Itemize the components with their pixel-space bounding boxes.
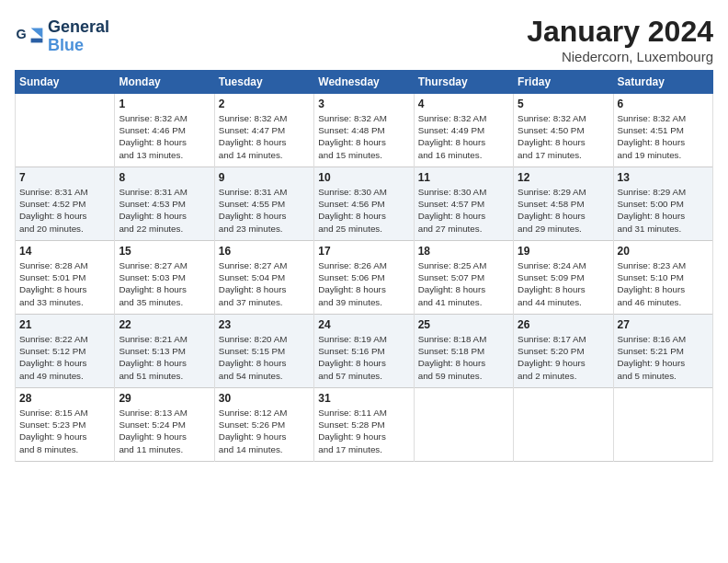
calendar-table: SundayMondayTuesdayWednesdayThursdayFrid… bbox=[15, 70, 713, 462]
calendar-cell bbox=[613, 388, 712, 462]
calendar-cell: 11Sunrise: 8:30 AM Sunset: 4:57 PM Dayli… bbox=[414, 167, 513, 241]
calendar-cell: 12Sunrise: 8:29 AM Sunset: 4:58 PM Dayli… bbox=[514, 167, 613, 241]
day-content: Sunrise: 8:22 AM Sunset: 5:12 PM Dayligh… bbox=[19, 333, 110, 382]
day-content: Sunrise: 8:32 AM Sunset: 4:47 PM Dayligh… bbox=[219, 112, 310, 161]
weekday-header: Saturday bbox=[613, 71, 712, 94]
day-content: Sunrise: 8:31 AM Sunset: 4:53 PM Dayligh… bbox=[119, 186, 210, 235]
day-content: Sunrise: 8:13 AM Sunset: 5:24 PM Dayligh… bbox=[119, 407, 210, 455]
day-number: 16 bbox=[219, 245, 310, 258]
day-content: Sunrise: 8:30 AM Sunset: 4:57 PM Dayligh… bbox=[418, 186, 509, 235]
calendar-cell: 5Sunrise: 8:32 AM Sunset: 4:50 PM Daylig… bbox=[514, 94, 613, 167]
day-number: 26 bbox=[518, 318, 609, 331]
day-number: 4 bbox=[418, 98, 509, 110]
calendar-cell: 29Sunrise: 8:13 AM Sunset: 5:24 PM Dayli… bbox=[115, 388, 214, 462]
weekday-header: Monday bbox=[115, 71, 214, 94]
day-number: 21 bbox=[19, 318, 110, 331]
day-number: 31 bbox=[318, 392, 409, 405]
day-content: Sunrise: 8:32 AM Sunset: 4:49 PM Dayligh… bbox=[418, 112, 509, 161]
day-content: Sunrise: 8:16 AM Sunset: 5:21 PM Dayligh… bbox=[618, 333, 709, 382]
day-number: 10 bbox=[318, 171, 409, 184]
day-number: 19 bbox=[518, 245, 609, 258]
svg-text:G: G bbox=[17, 26, 27, 40]
day-number: 28 bbox=[19, 392, 110, 405]
day-content: Sunrise: 8:11 AM Sunset: 5:28 PM Dayligh… bbox=[318, 407, 409, 455]
day-number: 6 bbox=[618, 98, 709, 110]
calendar-cell: 20Sunrise: 8:23 AM Sunset: 5:10 PM Dayli… bbox=[613, 241, 712, 315]
day-number: 1 bbox=[119, 98, 210, 110]
day-number: 24 bbox=[318, 318, 409, 331]
weekday-header: Sunday bbox=[16, 71, 115, 94]
logo-text: General Blue bbox=[48, 18, 109, 55]
calendar-cell: 15Sunrise: 8:27 AM Sunset: 5:03 PM Dayli… bbox=[115, 241, 214, 315]
day-number: 14 bbox=[19, 245, 110, 258]
weekday-header: Wednesday bbox=[314, 71, 414, 94]
page-container: G General Blue January 2024 Niedercorn, … bbox=[0, 0, 728, 471]
day-content: Sunrise: 8:32 AM Sunset: 4:48 PM Dayligh… bbox=[318, 112, 409, 161]
day-content: Sunrise: 8:24 AM Sunset: 5:09 PM Dayligh… bbox=[518, 259, 609, 308]
calendar-cell: 31Sunrise: 8:11 AM Sunset: 5:28 PM Dayli… bbox=[314, 388, 414, 462]
calendar-week-row: 28Sunrise: 8:15 AM Sunset: 5:23 PM Dayli… bbox=[16, 388, 713, 462]
calendar-cell: 14Sunrise: 8:28 AM Sunset: 5:01 PM Dayli… bbox=[16, 241, 115, 315]
calendar-cell: 4Sunrise: 8:32 AM Sunset: 4:49 PM Daylig… bbox=[414, 94, 513, 167]
day-number: 27 bbox=[618, 318, 709, 331]
calendar-week-row: 21Sunrise: 8:22 AM Sunset: 5:12 PM Dayli… bbox=[16, 315, 713, 388]
day-content: Sunrise: 8:25 AM Sunset: 5:07 PM Dayligh… bbox=[418, 259, 509, 308]
calendar-cell: 28Sunrise: 8:15 AM Sunset: 5:23 PM Dayli… bbox=[16, 388, 115, 462]
day-content: Sunrise: 8:20 AM Sunset: 5:15 PM Dayligh… bbox=[219, 333, 310, 382]
day-number: 25 bbox=[418, 318, 509, 331]
day-content: Sunrise: 8:28 AM Sunset: 5:01 PM Dayligh… bbox=[19, 259, 110, 308]
day-content: Sunrise: 8:21 AM Sunset: 5:13 PM Dayligh… bbox=[119, 333, 210, 382]
calendar-cell: 18Sunrise: 8:25 AM Sunset: 5:07 PM Dayli… bbox=[414, 241, 513, 315]
header: G General Blue January 2024 Niedercorn, … bbox=[15, 15, 713, 64]
calendar-cell: 25Sunrise: 8:18 AM Sunset: 5:18 PM Dayli… bbox=[414, 315, 513, 388]
calendar-cell: 8Sunrise: 8:31 AM Sunset: 4:53 PM Daylig… bbox=[115, 167, 214, 241]
day-number: 15 bbox=[119, 245, 210, 258]
logo: G General Blue bbox=[15, 18, 109, 55]
calendar-cell: 1Sunrise: 8:32 AM Sunset: 4:46 PM Daylig… bbox=[115, 94, 214, 167]
calendar-week-row: 1Sunrise: 8:32 AM Sunset: 4:46 PM Daylig… bbox=[16, 94, 713, 167]
day-content: Sunrise: 8:29 AM Sunset: 5:00 PM Dayligh… bbox=[618, 186, 709, 235]
svg-rect-3 bbox=[31, 38, 43, 42]
calendar-week-row: 7Sunrise: 8:31 AM Sunset: 4:52 PM Daylig… bbox=[16, 167, 713, 241]
calendar-cell: 23Sunrise: 8:20 AM Sunset: 5:15 PM Dayli… bbox=[214, 315, 313, 388]
day-content: Sunrise: 8:12 AM Sunset: 5:26 PM Dayligh… bbox=[219, 407, 310, 455]
calendar-cell: 3Sunrise: 8:32 AM Sunset: 4:48 PM Daylig… bbox=[314, 94, 414, 167]
calendar-cell bbox=[414, 388, 513, 462]
day-content: Sunrise: 8:27 AM Sunset: 5:03 PM Dayligh… bbox=[119, 259, 210, 308]
weekday-header: Thursday bbox=[414, 71, 513, 94]
day-content: Sunrise: 8:31 AM Sunset: 4:52 PM Dayligh… bbox=[19, 186, 110, 235]
logo-icon: G bbox=[15, 22, 44, 52]
day-content: Sunrise: 8:15 AM Sunset: 5:23 PM Dayligh… bbox=[19, 407, 110, 455]
day-number: 22 bbox=[119, 318, 210, 331]
day-content: Sunrise: 8:26 AM Sunset: 5:06 PM Dayligh… bbox=[318, 259, 409, 308]
calendar-week-row: 14Sunrise: 8:28 AM Sunset: 5:01 PM Dayli… bbox=[16, 241, 713, 315]
day-number: 30 bbox=[219, 392, 310, 405]
day-number: 2 bbox=[219, 98, 310, 110]
weekday-header: Tuesday bbox=[214, 71, 313, 94]
calendar-cell: 27Sunrise: 8:16 AM Sunset: 5:21 PM Dayli… bbox=[613, 315, 712, 388]
day-number: 8 bbox=[119, 171, 210, 184]
calendar-cell: 19Sunrise: 8:24 AM Sunset: 5:09 PM Dayli… bbox=[514, 241, 613, 315]
calendar-cell: 6Sunrise: 8:32 AM Sunset: 4:51 PM Daylig… bbox=[613, 94, 712, 167]
day-number: 9 bbox=[219, 171, 310, 184]
day-content: Sunrise: 8:30 AM Sunset: 4:56 PM Dayligh… bbox=[318, 186, 409, 235]
calendar-cell: 24Sunrise: 8:19 AM Sunset: 5:16 PM Dayli… bbox=[314, 315, 414, 388]
calendar-cell: 22Sunrise: 8:21 AM Sunset: 5:13 PM Dayli… bbox=[115, 315, 214, 388]
calendar-cell: 9Sunrise: 8:31 AM Sunset: 4:55 PM Daylig… bbox=[214, 167, 313, 241]
weekday-header: Friday bbox=[514, 71, 613, 94]
day-content: Sunrise: 8:27 AM Sunset: 5:04 PM Dayligh… bbox=[219, 259, 310, 308]
day-content: Sunrise: 8:23 AM Sunset: 5:10 PM Dayligh… bbox=[618, 259, 709, 308]
day-content: Sunrise: 8:29 AM Sunset: 4:58 PM Dayligh… bbox=[518, 186, 609, 235]
calendar-cell bbox=[16, 94, 115, 167]
header-row: SundayMondayTuesdayWednesdayThursdayFrid… bbox=[16, 71, 713, 94]
calendar-cell: 7Sunrise: 8:31 AM Sunset: 4:52 PM Daylig… bbox=[16, 167, 115, 241]
calendar-cell: 2Sunrise: 8:32 AM Sunset: 4:47 PM Daylig… bbox=[214, 94, 313, 167]
location-subtitle: Niedercorn, Luxembourg bbox=[527, 49, 713, 64]
calendar-cell: 17Sunrise: 8:26 AM Sunset: 5:06 PM Dayli… bbox=[314, 241, 414, 315]
day-content: Sunrise: 8:18 AM Sunset: 5:18 PM Dayligh… bbox=[418, 333, 509, 382]
day-number: 5 bbox=[518, 98, 609, 110]
day-content: Sunrise: 8:32 AM Sunset: 4:51 PM Dayligh… bbox=[618, 112, 709, 161]
calendar-cell: 10Sunrise: 8:30 AM Sunset: 4:56 PM Dayli… bbox=[314, 167, 414, 241]
day-content: Sunrise: 8:31 AM Sunset: 4:55 PM Dayligh… bbox=[219, 186, 310, 235]
calendar-cell: 26Sunrise: 8:17 AM Sunset: 5:20 PM Dayli… bbox=[514, 315, 613, 388]
